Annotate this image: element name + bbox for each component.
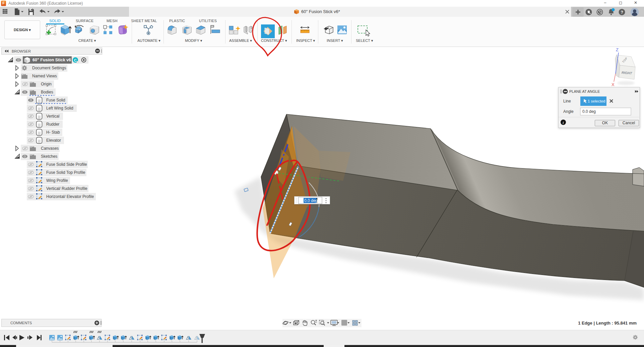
svg-text:Left Wing Solid: Left Wing Solid — [46, 106, 73, 111]
svg-text:Horizontal/ Elevator Profile: Horizontal/ Elevator Profile — [46, 194, 94, 199]
svg-text:0.0 deg: 0.0 deg — [304, 198, 318, 203]
svg-text:C: C — [74, 58, 77, 62]
svg-text:?: ? — [621, 10, 623, 15]
svg-text:Elevator: Elevator — [46, 138, 61, 143]
svg-text:Fuse Solid: Fuse Solid — [46, 98, 65, 102]
svg-text:Fuse Solid Top Profile: Fuse Solid Top Profile — [46, 170, 85, 175]
svg-text:Sketches: Sketches — [41, 154, 57, 159]
svg-text:Vertical: Vertical — [46, 114, 59, 119]
svg-text:Named Views: Named Views — [32, 74, 57, 78]
svg-text:H- Stab: H- Stab — [46, 130, 60, 135]
svg-text:RIGHT: RIGHT — [622, 71, 633, 75]
svg-text:X: X — [611, 82, 615, 87]
svg-text:Rudder: Rudder — [46, 122, 59, 127]
svg-text:Origin: Origin — [41, 82, 52, 86]
svg-text:Fuse Solid Side Profile: Fuse Solid Side Profile — [46, 162, 87, 167]
svg-text:Wing Profile: Wing Profile — [46, 178, 68, 183]
svg-text:Bodies: Bodies — [41, 90, 53, 94]
svg-text:60" Fusion Stick v6: 60" Fusion Stick v6 — [33, 58, 71, 62]
svg-text:Canvases: Canvases — [41, 146, 59, 151]
svg-text:Document Settings: Document Settings — [32, 66, 66, 70]
svg-text:Vertical/ Rudder Profile: Vertical/ Rudder Profile — [46, 186, 87, 191]
svg-text:Z: Z — [616, 47, 619, 52]
